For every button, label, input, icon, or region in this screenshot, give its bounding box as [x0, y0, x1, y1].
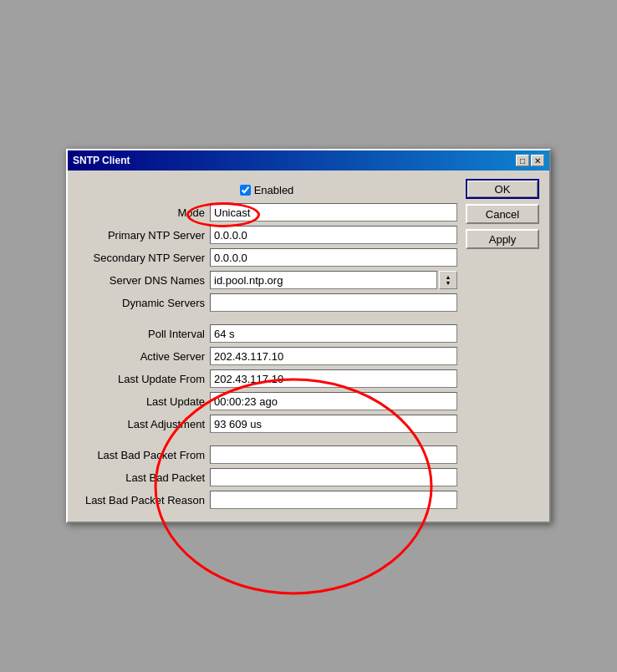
secondary-ntp-row: Secondary NTP Server — [76, 248, 457, 267]
primary-ntp-row: Primary NTP Server — [76, 226, 457, 244]
last-update-from-label: Last Update From — [76, 373, 210, 385]
primary-ntp-input[interactable] — [210, 226, 457, 244]
side-panel: OK Cancel Apply — [466, 179, 541, 513]
last-bad-from-row: Last Bad Packet From — [76, 445, 457, 464]
server-dns-label: Server DNS Names — [76, 274, 210, 287]
dns-arrow-button[interactable] — [439, 271, 457, 289]
active-server-row: Active Server — [76, 347, 457, 365]
last-adjustment-input[interactable] — [210, 415, 457, 433]
active-server-label: Active Server — [76, 350, 210, 363]
active-server-input[interactable] — [210, 347, 457, 365]
enabled-checkbox[interactable] — [240, 185, 251, 196]
title-bar-controls: □ ✕ — [516, 155, 544, 166]
secondary-ntp-label: Secondary NTP Server — [76, 252, 210, 264]
ok-button[interactable]: OK — [466, 179, 539, 199]
last-adjustment-row: Last Adjustment — [76, 415, 457, 433]
poll-interval-row: Poll Interval — [76, 324, 457, 343]
mode-row: Mode — [76, 203, 457, 221]
enabled-text: Enabled — [254, 184, 294, 196]
restore-button[interactable]: □ — [516, 155, 529, 166]
last-bad-packet-label: Last Bad Packet — [76, 471, 210, 484]
last-bad-reason-label: Last Bad Packet Reason — [76, 494, 210, 507]
last-bad-packet-input[interactable] — [210, 468, 457, 486]
last-bad-reason-row: Last Bad Packet Reason — [76, 491, 457, 509]
primary-ntp-label: Primary NTP Server — [76, 229, 210, 242]
apply-button[interactable]: Apply — [466, 229, 539, 249]
last-update-row: Last Update — [76, 392, 457, 410]
title-bar: SNTP Client □ ✕ — [68, 150, 549, 171]
server-dns-input[interactable] — [210, 271, 437, 289]
poll-interval-input[interactable] — [210, 324, 457, 343]
last-update-from-row: Last Update From — [76, 369, 457, 388]
last-bad-from-label: Last Bad Packet From — [76, 449, 210, 461]
last-update-from-input[interactable] — [210, 369, 457, 388]
last-adjustment-label: Last Adjustment — [76, 418, 210, 430]
window-content: Enabled Mode Primary NTP Server Secondar… — [68, 171, 549, 522]
last-bad-packet-row: Last Bad Packet — [76, 468, 457, 486]
server-dns-wrapper — [210, 271, 457, 289]
mode-input[interactable] — [210, 203, 457, 221]
enabled-row: Enabled — [76, 179, 457, 203]
last-update-label: Last Update — [76, 395, 210, 408]
main-panel: Enabled Mode Primary NTP Server Secondar… — [76, 179, 457, 513]
last-bad-from-input[interactable] — [210, 445, 457, 464]
close-button[interactable]: ✕ — [531, 155, 544, 166]
mode-label: Mode — [76, 206, 210, 219]
server-dns-row: Server DNS Names — [76, 271, 457, 289]
dynamic-servers-row: Dynamic Servers — [76, 293, 457, 312]
cancel-button[interactable]: Cancel — [466, 204, 539, 224]
window-title: SNTP Client — [73, 155, 130, 166]
dynamic-servers-label: Dynamic Servers — [76, 297, 210, 309]
poll-interval-label: Poll Interval — [76, 328, 210, 340]
dynamic-servers-input[interactable] — [210, 293, 457, 312]
last-update-input[interactable] — [210, 392, 457, 410]
secondary-ntp-input[interactable] — [210, 248, 457, 267]
sntp-client-window: SNTP Client □ ✕ Enabled Mode Primar — [66, 149, 551, 523]
last-bad-reason-input[interactable] — [210, 491, 457, 509]
enabled-label[interactable]: Enabled — [240, 184, 294, 196]
